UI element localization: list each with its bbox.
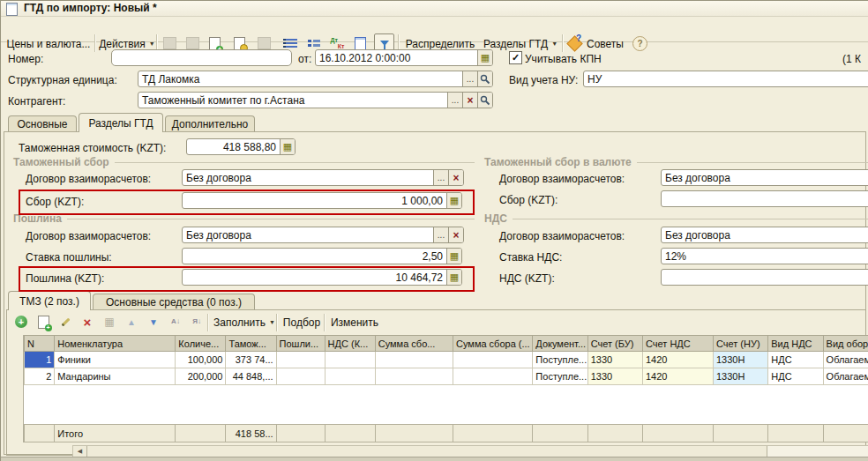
table-cell[interactable] [453, 368, 533, 385]
currency-fee-input[interactable] [661, 190, 868, 207]
nu-kind-input[interactable]: НУ [583, 71, 868, 87]
customs-value-input[interactable]: 418 588,80 ▦ [186, 138, 296, 155]
table-cell[interactable]: 2 [25, 368, 55, 385]
fill-button[interactable]: Заполнить ▼ [212, 313, 277, 331]
table-cell[interactable]: 100,000 [176, 352, 226, 368]
move-up-icon[interactable]: ▲ [122, 313, 141, 331]
column-header[interactable]: Документ... [533, 336, 587, 352]
table-cell[interactable]: 1330 [587, 368, 642, 385]
magnifier-icon[interactable] [477, 93, 492, 108]
choose-icon[interactable]: ... [462, 71, 477, 86]
column-header[interactable]: Номенклатура [55, 336, 176, 352]
clear-icon[interactable]: × [448, 227, 463, 242]
magnifier-icon[interactable] [477, 71, 492, 86]
table-cell[interactable]: Мандарины [55, 368, 176, 385]
clear-icon[interactable]: × [462, 93, 477, 108]
table-cell[interactable]: 44 848,... [226, 368, 276, 385]
kpn-checkbox[interactable]: ✓ [509, 51, 522, 64]
calculator-icon[interactable]: ▦ [446, 249, 461, 264]
table-cell[interactable] [453, 352, 533, 368]
table-cell[interactable]: НДС [768, 352, 823, 368]
column-header[interactable]: НДС (К... [325, 336, 375, 352]
table-cell[interactable]: Облагаем... [823, 368, 868, 385]
duty-input[interactable]: 10 464,72 ▦ [182, 269, 462, 286]
table-cell[interactable]: 1330 [587, 352, 642, 368]
fee-input[interactable]: 1 000,00 ▦ [182, 192, 462, 209]
choose-icon[interactable]: ... [433, 170, 448, 185]
help-icon[interactable]: ? [632, 36, 647, 51]
total-cell [325, 425, 375, 442]
vat-input[interactable] [661, 269, 868, 286]
table-cell[interactable]: 373 74... [226, 352, 276, 368]
tab-osnovnye[interactable]: Основные [8, 115, 77, 131]
end-edit-icon[interactable]: ▦ [100, 313, 119, 331]
customs-fee-contract-input[interactable]: Без договора ... × [182, 169, 464, 186]
sort-desc-icon[interactable]: Я↓ [187, 313, 206, 331]
table-cell[interactable]: 1 [25, 352, 55, 368]
column-header[interactable]: Количе... [176, 336, 226, 352]
table-cell[interactable]: 200,000 [176, 368, 226, 385]
date-input[interactable]: 16.10.2012 0:00:00 ▦ [315, 49, 493, 66]
table-cell[interactable]: Поступле... [533, 368, 587, 385]
tab-razdely-gtd[interactable]: Разделы ГТД [79, 113, 163, 132]
table-row[interactable]: 2Мандарины200,00044 848,...Поступле...13… [25, 368, 868, 385]
clear-icon[interactable]: × [448, 170, 463, 185]
tab-dopolnitelno[interactable]: Дополнительно [165, 115, 255, 131]
table-row[interactable]: 1Финики100,000373 74...Поступле...133014… [25, 352, 868, 368]
tab-fixed-assets[interactable]: Основные средства (0 поз.) [93, 294, 255, 309]
table-cell[interactable] [375, 368, 453, 385]
counterparty-input[interactable]: Таможенный комитет по г.Астана ... × [138, 92, 493, 108]
calculator-icon[interactable]: ▦ [446, 270, 461, 285]
column-header[interactable]: Счет (НУ) [713, 336, 767, 352]
table-cell[interactable]: Облагаем... [823, 352, 868, 368]
choose-icon[interactable]: ... [433, 227, 448, 242]
table-cell[interactable] [276, 368, 325, 385]
copy-row-icon[interactable]: + [34, 313, 53, 331]
table-cell[interactable]: 1330Н [713, 352, 767, 368]
column-header[interactable]: Счет НДС [642, 336, 713, 352]
calculator-icon[interactable]: ▦ [446, 193, 461, 208]
edit-row-icon[interactable] [56, 313, 75, 331]
column-header[interactable]: Сумма сбора (... [453, 336, 533, 352]
calculator-icon[interactable]: ▦ [280, 139, 295, 154]
tab-tmz[interactable]: ТМЗ (2 поз.) [8, 291, 91, 310]
change-button[interactable]: Изменить [328, 313, 381, 331]
column-header[interactable]: N [25, 336, 55, 352]
number-input[interactable] [111, 49, 292, 66]
add-row-icon[interactable]: + [11, 313, 31, 331]
table-cell[interactable]: Поступле... [533, 352, 587, 368]
structural-unit-input[interactable]: ТД Лакомка ... [138, 71, 493, 87]
currency-fee-contract-input[interactable]: Без договора [661, 169, 868, 186]
table-cell[interactable] [375, 352, 453, 368]
column-header[interactable]: Тамож... [226, 336, 276, 352]
calendar-icon[interactable]: ▦ [477, 50, 492, 65]
column-header[interactable]: Счет (БУ) [587, 336, 642, 352]
table-cell[interactable]: 1420 [642, 368, 713, 385]
scrollbar-thumb[interactable] [87, 446, 767, 457]
column-header[interactable]: Вид оборо... [823, 336, 868, 352]
column-header[interactable]: Пошли... [276, 336, 325, 352]
scroll-left-icon[interactable]: ◀ [73, 446, 87, 457]
gtd-sections-button[interactable]: Разделы ГТД ▼ [482, 34, 559, 53]
column-header[interactable]: Вид НДС [768, 336, 823, 352]
table-cell[interactable] [276, 352, 325, 368]
tips-button[interactable]: Советы [585, 34, 625, 53]
column-header[interactable]: Сумма сбо... [375, 336, 453, 352]
sort-asc-icon[interactable]: А↓ [166, 313, 185, 331]
table-cell[interactable]: 1330Н [713, 368, 767, 385]
duty-contract-input[interactable]: Без договора ... × [182, 227, 464, 243]
table-cell[interactable] [325, 352, 375, 368]
delete-row-icon[interactable]: × [78, 313, 97, 331]
vat-contract-input[interactable]: Без договора [661, 227, 868, 243]
horizontal-scrollbar[interactable]: ◀ [72, 445, 868, 457]
table-cell[interactable]: 1420 [642, 352, 713, 368]
vat-rate-input[interactable]: 12% [661, 248, 868, 264]
table-cell[interactable]: НДС [768, 368, 823, 385]
move-down-icon[interactable]: ▼ [144, 313, 163, 331]
table-cell[interactable]: Финики [55, 352, 176, 368]
duty-rate-input[interactable]: 2,50 ▦ [182, 248, 462, 264]
choose-icon[interactable]: ... [447, 93, 462, 108]
prices-currency-button[interactable]: Цены и валюта... [4, 34, 93, 53]
pick-button[interactable]: Подбор [281, 313, 323, 331]
table-cell[interactable] [325, 368, 375, 385]
